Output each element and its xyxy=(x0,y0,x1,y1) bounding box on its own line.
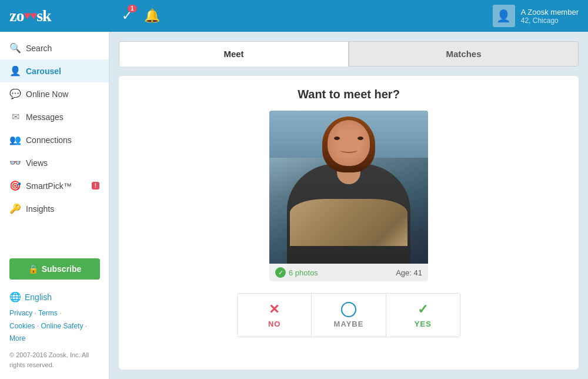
sidebar-item-views[interactable]: 👓 Views xyxy=(0,151,109,174)
privacy-link[interactable]: Privacy xyxy=(9,309,32,317)
logo[interactable]: zo♥♥sk xyxy=(9,6,51,25)
verified-check-icon: ✓ xyxy=(275,267,286,278)
profile-photo-wrap[interactable]: ✓ 6 photos Age: 41 xyxy=(269,111,428,281)
insights-icon: 🔑 xyxy=(9,203,21,214)
sidebar-item-connections[interactable]: 👥 Connections xyxy=(0,128,109,151)
terms-link[interactable]: Terms xyxy=(38,309,58,317)
avatar-icon: 👤 xyxy=(496,9,511,23)
more-link[interactable]: More xyxy=(9,334,25,343)
header-icons: ✓ 1 🔔 xyxy=(122,8,160,24)
messages-badge: 1 xyxy=(128,5,137,12)
footer-links: Privacy · Terms · Cookies · Online Safet… xyxy=(0,305,109,348)
tab-matches-label: Matches xyxy=(446,49,481,59)
photo-age: Age: 41 xyxy=(396,268,422,277)
no-label: NO xyxy=(268,320,281,328)
photo-verified: ✓ 6 photos xyxy=(275,267,318,278)
views-icon: 👓 xyxy=(9,157,21,168)
messages-icon-wrap[interactable]: ✓ 1 xyxy=(122,8,132,24)
sidebar-item-carousel[interactable]: 👤 Carousel xyxy=(0,59,109,82)
no-button[interactable]: ✕ NO xyxy=(238,294,312,337)
yes-icon: ✓ xyxy=(417,302,429,317)
sidebar-label-views: Views xyxy=(26,158,48,168)
sidebar-item-online-now[interactable]: 💬 Online Now xyxy=(0,82,109,105)
photo-info: ✓ 6 photos Age: 41 xyxy=(269,264,428,281)
maybe-button[interactable]: MAYBE xyxy=(312,294,386,337)
no-icon: ✕ xyxy=(269,302,280,317)
language-label: English xyxy=(25,292,52,302)
sidebar: 🔍 Search 👤 Carousel 💬 Online Now ✉ Messa… xyxy=(0,32,109,379)
language-selector[interactable]: 🌐 English xyxy=(0,287,109,305)
meet-card: Want to meet her? xyxy=(119,76,579,370)
sidebar-item-insights[interactable]: 🔑 Insights xyxy=(0,197,109,220)
lock-icon: 🔒 xyxy=(28,264,38,274)
sidebar-item-messages[interactable]: ✉ Messages xyxy=(0,105,109,128)
logo-text: zo♥♥sk xyxy=(9,6,51,25)
tab-matches[interactable]: Matches xyxy=(349,41,579,67)
subscribe-button[interactable]: 🔒 Subscribe xyxy=(9,258,100,280)
header-user[interactable]: 👤 A Zoosk member 42, Chicago xyxy=(493,5,579,27)
smartpick-icon: 🎯 xyxy=(9,180,21,191)
tab-meet[interactable]: Meet xyxy=(119,41,349,67)
messages-icon: ✉ xyxy=(9,111,21,122)
bell-icon-wrap[interactable]: 🔔 xyxy=(144,8,160,24)
sidebar-label-insights: Insights xyxy=(26,204,54,214)
search-icon: 🔍 xyxy=(9,42,21,54)
user-detail: 42, Chicago xyxy=(521,16,579,25)
layout: 🔍 Search 👤 Carousel 💬 Online Now ✉ Messa… xyxy=(0,32,588,379)
user-name: A Zoosk member xyxy=(521,8,579,16)
online-now-icon: 💬 xyxy=(9,88,21,99)
cookies-link[interactable]: Cookies xyxy=(9,322,35,330)
main-content: Meet Matches Want to meet her? xyxy=(109,32,588,379)
subscribe-label: Subscribe xyxy=(42,264,82,274)
yes-label: YES xyxy=(415,320,432,328)
card-title: Want to meet her? xyxy=(298,88,400,101)
sidebar-label-search: Search xyxy=(26,44,52,53)
tab-meet-label: Meet xyxy=(223,49,243,59)
smartpick-badge: ! xyxy=(92,182,99,190)
user-info: A Zoosk member 42, Chicago xyxy=(521,8,579,25)
globe-icon: 🌐 xyxy=(9,291,21,302)
bell-icon: 🔔 xyxy=(144,8,160,23)
maybe-label: MAYBE xyxy=(334,320,364,328)
online-safety-link[interactable]: Online Safety xyxy=(41,322,83,330)
carousel-icon: 👤 xyxy=(9,65,21,77)
sidebar-bottom: 🔒 Subscribe xyxy=(0,251,109,287)
photos-count: 6 photos xyxy=(289,268,318,277)
header: zo♥♥sk ✓ 1 🔔 👤 A Zoosk member 42, Chicag… xyxy=(0,0,588,32)
sidebar-item-search[interactable]: 🔍 Search xyxy=(0,36,109,59)
sidebar-label-smartpick: SmartPick™ xyxy=(26,181,72,191)
avatar: 👤 xyxy=(493,5,515,27)
connections-icon: 👥 xyxy=(9,134,21,145)
copyright: © 2007-2016 Zoosk, Inc. All rights reser… xyxy=(0,348,109,374)
sidebar-label-messages: Messages xyxy=(26,112,64,122)
sidebar-label-online-now: Online Now xyxy=(26,89,68,99)
maybe-icon xyxy=(341,302,356,317)
yes-button[interactable]: ✓ YES xyxy=(386,294,460,337)
tabs: Meet Matches xyxy=(119,41,579,67)
profile-photo xyxy=(269,111,428,281)
sidebar-item-smartpick[interactable]: 🎯 SmartPick™ ! xyxy=(0,174,109,197)
sidebar-label-connections: Connections xyxy=(26,135,72,145)
action-buttons: ✕ NO MAYBE ✓ YES xyxy=(237,293,460,337)
sidebar-label-carousel: Carousel xyxy=(26,67,61,76)
